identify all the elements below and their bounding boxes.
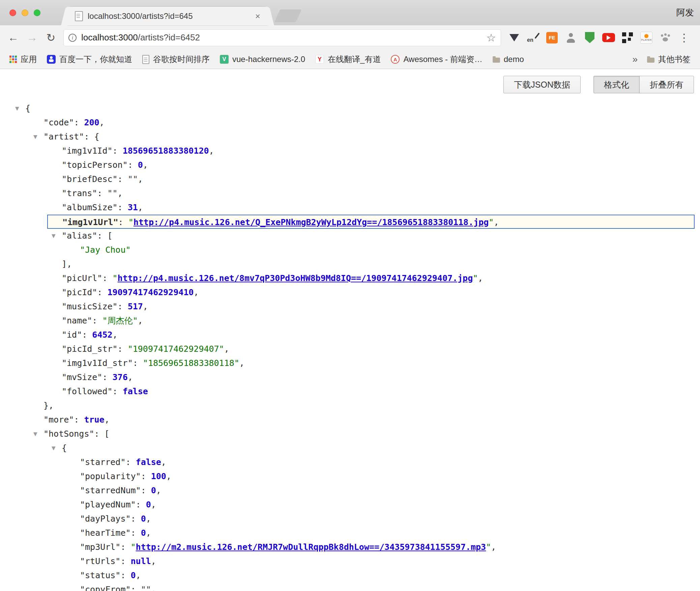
json-token-punct: : (118, 302, 128, 311)
json-token-punct: : (118, 203, 128, 212)
json-token-punct: , (143, 160, 148, 170)
json-token-key: "more" (43, 415, 74, 425)
json-token-punct: : (131, 585, 141, 591)
json-token-key: "status" (80, 570, 120, 580)
json-token-number: 0 (141, 528, 146, 538)
json-line: ▼"artist": { (0, 130, 700, 144)
json-token-key: "albumSize" (62, 203, 118, 212)
json-line: "picId": 19097417462929410, (0, 285, 700, 300)
browser-menu-button[interactable]: ⋮ (677, 31, 691, 45)
reload-button[interactable]: ↻ (42, 29, 59, 46)
json-token-punct: , (156, 486, 161, 495)
dark-flag-shape (509, 34, 519, 41)
new-tab-button[interactable] (274, 9, 302, 22)
json-token-number: 0 (131, 570, 136, 580)
baidu-icon (47, 55, 56, 64)
json-line: "topicPerson": 0, (0, 158, 700, 172)
json-token-punct: : (97, 287, 107, 297)
format-button[interactable]: 格式化 (593, 76, 640, 93)
json-token-punct: : (118, 344, 128, 354)
json-token-punct: , (151, 585, 156, 591)
bookmark-apps[interactable]: 应用 (5, 52, 41, 67)
collapse-toggle-icon[interactable]: ▼ (52, 229, 56, 243)
json-token-key: "mp3Url" (80, 542, 120, 552)
browser-tab[interactable]: localhost:3000/artists?id=645 × (67, 7, 268, 25)
extension-icon-player[interactable]: PLAYER (639, 31, 653, 45)
apps-grid-icon (9, 56, 17, 63)
bookmark-item-google-sort[interactable]: 谷歌按时间排序 (138, 52, 214, 67)
bookmark-label: 谷歌按时间排序 (153, 54, 210, 65)
json-token-punct: , (494, 217, 499, 227)
json-token-punct: : [ (97, 231, 112, 241)
json-token-punct: , (138, 174, 143, 184)
json-line: "popularity": 100, (0, 469, 700, 484)
collapse-toggle-icon[interactable]: ▼ (15, 101, 19, 116)
extension-icon-qrcode[interactable] (620, 31, 635, 45)
bookmark-item-baidu[interactable]: 百度一下，你就知道 (43, 52, 136, 67)
window-fullscreen-button[interactable] (34, 9, 40, 16)
json-line: "albumSize": 31, (0, 200, 700, 215)
bookmarks-overflow-chevron[interactable]: » (629, 54, 641, 65)
bookmark-item-vue-hackernews[interactable]: V vue-hackernews-2.0 (216, 52, 309, 67)
json-token-key: "hearTime" (80, 528, 131, 538)
collapse-toggle-icon[interactable]: ▼ (33, 427, 37, 441)
back-button[interactable]: ← (5, 29, 22, 46)
json-token-key: "musicSize" (62, 302, 118, 311)
json-token-punct: , (113, 330, 118, 340)
bookmark-item-awesomes[interactable]: A Awesomes - 前端资… (387, 52, 486, 67)
window-controls (9, 0, 40, 25)
json-token-punct: , (239, 358, 244, 368)
bookmark-other-bookmarks[interactable]: 其他书签 (643, 52, 695, 67)
json-url-link[interactable]: http://m2.music.126.net/RMJR7wDullRqppBk… (136, 542, 486, 552)
json-token-punct: : (131, 514, 141, 524)
bookmark-star-icon[interactable]: ☆ (486, 31, 496, 44)
address-bar[interactable]: i localhost:3000/artists?id=6452 ☆ (63, 29, 501, 46)
json-token-punct: , (138, 316, 143, 325)
extension-icon-dark-flag[interactable] (507, 31, 521, 45)
json-token-key: "artist" (43, 132, 84, 142)
json-line: ], (0, 257, 700, 271)
bookmarks-bar: 应用 百度一下，你就知道 谷歌按时间排序 V vue-hackernews-2.… (0, 50, 700, 69)
json-token-punct: , (143, 302, 148, 311)
extension-icon-translate[interactable]: en (526, 31, 540, 45)
json-token-key: "playedNum" (80, 500, 136, 509)
page-favicon-icon (75, 11, 83, 21)
collapse-toggle-icon[interactable]: ▼ (52, 441, 56, 455)
download-json-button[interactable]: 下载JSON数据 (503, 76, 581, 93)
json-token-number: 517 (128, 302, 143, 311)
json-line: "picUrl": "http://p4.music.126.net/8mv7q… (0, 271, 700, 285)
extension-icon-youtube[interactable] (602, 31, 616, 45)
page-info-icon[interactable]: i (68, 34, 77, 42)
json-url-link[interactable]: http://p4.music.126.net/8mv7qP30Pd3oHW8b… (118, 273, 473, 283)
tab-close-icon[interactable]: × (255, 12, 260, 21)
bookmark-item-demo[interactable]: demo (489, 52, 528, 67)
youdao-icon: Y (315, 55, 324, 64)
view-mode-segment: 格式化 折叠所有 (593, 76, 694, 93)
player-icon: PLAYER (640, 32, 652, 44)
collapse-toggle-icon[interactable]: ▼ (33, 130, 37, 144)
extension-icon-paw[interactable] (658, 31, 672, 45)
window-close-button[interactable] (9, 9, 16, 16)
url-text[interactable]: localhost:3000/artists?id=6452 (81, 32, 486, 43)
json-line: ▼{ (0, 101, 700, 116)
bookmark-label: 其他书签 (658, 54, 691, 65)
json-token-key: "picId" (62, 287, 97, 297)
json-token-key: "img1v1Id" (62, 146, 113, 156)
extension-icon-shield[interactable] (583, 31, 597, 45)
window-minimize-button[interactable] (22, 9, 28, 16)
vue-icon: V (220, 55, 229, 64)
bookmark-item-youdao[interactable]: Y 在线翻译_有道 (311, 52, 385, 67)
json-line: "mp3Url": "http://m2.music.126.net/RMJR7… (0, 540, 700, 554)
folder-icon (493, 58, 500, 63)
json-token-string: "18569651883380118" (143, 358, 239, 368)
json-token-punct: : (113, 146, 123, 156)
youtube-play-icon (602, 33, 615, 42)
extension-icon-profile[interactable] (564, 31, 578, 45)
json-token-punct: , (161, 457, 166, 467)
json-line: "briefDesc": "", (0, 172, 700, 186)
collapse-all-button[interactable]: 折叠所有 (639, 76, 694, 93)
json-token-boolean: false (123, 386, 148, 396)
kebab-menu-icon: ⋮ (679, 31, 690, 44)
extension-icon-fe[interactable]: FE (545, 31, 559, 45)
json-url-link[interactable]: http://p4.music.126.net/Q_ExePNkmgB2yWyL… (134, 217, 489, 227)
